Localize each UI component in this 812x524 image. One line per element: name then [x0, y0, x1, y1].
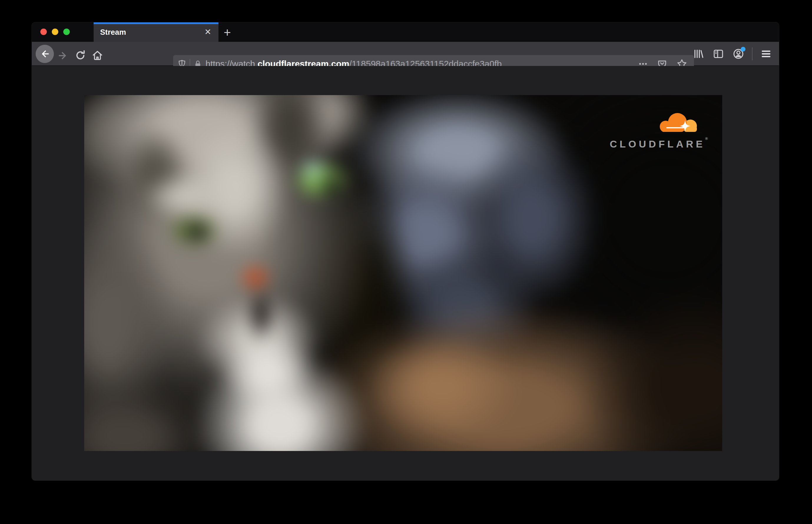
account-icon[interactable] — [732, 47, 745, 60]
cloudflare-logo: CLOUDFLARE® — [610, 111, 707, 150]
tab-bar: Stream ✕ + — [32, 22, 779, 42]
back-arrow-icon — [39, 49, 50, 59]
forward-button[interactable] — [56, 49, 70, 62]
close-tab-icon[interactable]: ✕ — [202, 26, 214, 38]
minimize-window-button[interactable] — [52, 29, 58, 35]
account-notification-dot — [741, 47, 745, 51]
menu-hamburger-icon[interactable] — [760, 47, 773, 60]
trademark-mark: ® — [705, 136, 708, 141]
sidebar-toggle-icon[interactable] — [712, 47, 725, 60]
back-button[interactable] — [36, 45, 54, 63]
window-controls — [40, 29, 70, 35]
home-icon — [92, 49, 103, 61]
page-content: CLOUDFLARE® — [32, 66, 779, 480]
cloudflare-cloud-icon — [654, 111, 702, 134]
tab-stream[interactable]: Stream ✕ — [94, 22, 218, 42]
forward-arrow-icon — [58, 50, 69, 61]
library-icon[interactable] — [692, 47, 705, 60]
home-button[interactable] — [91, 49, 104, 62]
reload-button[interactable] — [74, 49, 87, 62]
zoom-window-button[interactable] — [63, 29, 70, 35]
navigation-toolbar: https://watch.cloudflarestream.com/11859… — [32, 42, 779, 66]
new-tab-button[interactable]: + — [220, 26, 234, 39]
tab-title: Stream — [100, 28, 202, 37]
browser-window: Stream ✕ + — [32, 22, 779, 480]
close-window-button[interactable] — [40, 29, 47, 35]
toolbar-divider — [752, 47, 752, 60]
video-player[interactable]: CLOUDFLARE® — [84, 95, 722, 451]
cloudflare-wordmark: CLOUDFLARE® — [610, 136, 707, 150]
reload-icon — [75, 49, 86, 61]
